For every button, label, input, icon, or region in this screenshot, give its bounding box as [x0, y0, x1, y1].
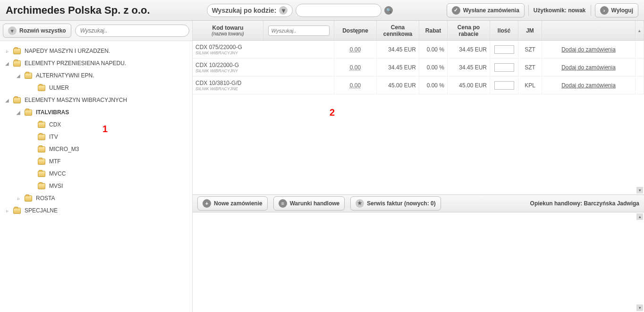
folder-icon [13, 208, 21, 214]
sidebar-toolbar: Rozwiń wszystko [0, 21, 192, 41]
grid-body: CDX 075/22000-GSILNIK WIBRACYJNY0.0034.4… [193, 41, 644, 94]
tree-node-label: NAPEDY MASZYN I URZADZEN. [25, 48, 110, 54]
cell-scroll [636, 59, 644, 76]
terms-label: Warunki handlowe [290, 200, 340, 207]
folder-icon [38, 159, 45, 165]
tree-toggle-icon[interactable]: ▹ [4, 49, 10, 54]
col-header-rabat[interactable]: Rabat [419, 21, 448, 40]
grid-search-input[interactable] [268, 25, 330, 36]
tree-node[interactable]: ▹SPECJALNE [2, 204, 190, 217]
tree-node[interactable]: ◢ITALVIBRAS [2, 106, 190, 118]
cell-price: 34.45 EUR [377, 59, 419, 76]
tree-toggle-icon[interactable]: ▹ [4, 208, 10, 213]
col-header-kod[interactable]: Kod towaru (nazwa towaru) [193, 21, 263, 40]
table-row: CDX 10/3810-G/DSILNIK WIBRACYJNE0.0045.0… [193, 76, 644, 94]
col-header-jm[interactable]: JM [518, 21, 542, 40]
new-order-label: Nowe zamówienie [214, 200, 263, 207]
cell-jm: SZT [518, 41, 542, 58]
scroll-up[interactable]: ▴ [636, 21, 644, 40]
folder-icon [25, 110, 32, 116]
tree-node[interactable]: MVCC [2, 168, 190, 180]
cell-available[interactable]: 0.00 [334, 41, 377, 58]
product-desc: SILNIK WIBRACYJNE [195, 86, 238, 91]
folder-icon [38, 134, 45, 140]
tree-node-label: ELEMENTY PRZENIESIENIA NAPEDU. [25, 60, 126, 67]
tree-node[interactable]: MICRO_M3 [2, 143, 190, 155]
add-to-order-link[interactable]: Dodaj do zamówienia [561, 64, 616, 71]
cell-qty [490, 59, 518, 76]
col-header-kod-label: Kod towaru [212, 25, 244, 31]
cell-available[interactable]: 0.00 [334, 76, 377, 94]
check-icon [452, 6, 460, 15]
header-right: Wysłane zamówienia Użytkownik: nowak Wyl… [447, 3, 638, 17]
tree-toggle-icon[interactable]: ◢ [4, 98, 10, 103]
cell-rabat: 0.00 % [419, 41, 448, 58]
tree-node[interactable]: MVSI [2, 180, 190, 192]
scroll-up-bottom[interactable]: ▴ [636, 213, 643, 220]
cell-kod: CDX 075/22000-GSILNIK WIBRACYJNY [193, 41, 334, 58]
col-header-price[interactable]: Cena cennikowa [377, 21, 419, 40]
sent-orders-button[interactable]: Wysłane zamówienia [447, 3, 525, 17]
cell-kod: CDX 10/3810-G/DSILNIK WIBRACYJNE [193, 76, 334, 94]
tree-node-label: ALTERNATYWNI EPN. [36, 72, 94, 79]
scroll-down[interactable]: ▾ [636, 187, 643, 194]
qty-input[interactable] [494, 63, 514, 72]
tree-node[interactable]: ▹NAPEDY MASZYN I URZADZEN. [2, 45, 190, 57]
user-label: Użytkownik: nowak [528, 5, 591, 16]
folder-icon [38, 122, 45, 128]
new-order-button[interactable]: Nowe zamówienie [197, 196, 268, 211]
folder-icon [13, 48, 21, 54]
tree-node[interactable]: ◢ELEMENTY MASZYN WIBRACYJNYCH [2, 94, 190, 106]
tree-node[interactable]: CDX [2, 118, 190, 131]
tree-toggle-icon[interactable]: ◢ [4, 61, 10, 66]
cell-price: 34.45 EUR [377, 41, 419, 58]
folder-icon [38, 171, 45, 177]
cell-available[interactable]: 0.00 [334, 59, 377, 76]
search-icon[interactable] [384, 6, 393, 15]
tree-node[interactable]: MTF [2, 155, 190, 168]
scroll-down-bottom[interactable]: ▾ [636, 304, 643, 311]
tree-toggle-icon[interactable]: ▹ [15, 196, 22, 201]
col-header-priceafter[interactable]: Cena po rabacie [448, 21, 490, 40]
expand-all-button[interactable]: Rozwiń wszystko [3, 24, 71, 38]
chevron-down-icon[interactable] [279, 6, 288, 15]
tree-node-label: ELEMENTY MASZYN WIBRACYJNYCH [25, 97, 127, 103]
tree-toggle-icon[interactable]: ◢ [15, 110, 22, 115]
tree-node-label: MVSI [49, 183, 63, 189]
cell-price-after: 45.00 EUR [448, 76, 490, 94]
bottom-panel: ▴ ▾ [193, 212, 644, 312]
tree-node-label: ULMER [49, 84, 69, 91]
star-icon [356, 199, 364, 208]
col-header-qty[interactable]: Ilość [490, 21, 518, 40]
bottom-bar: Nowe zamówienie Warunki handlowe Serwis … [193, 194, 644, 212]
invoices-button[interactable]: Serwis faktur (nowych: 0) [350, 196, 441, 211]
tree-node[interactable]: ◢ELEMENTY PRZENIESIENIA NAPEDU. [2, 57, 190, 69]
arrow-icon [600, 6, 609, 15]
cell-scroll [636, 76, 644, 94]
opiekun-label: Opiekun handlowy: Barczyńska Jadwiga [530, 200, 639, 207]
folder-icon [13, 60, 21, 67]
logout-button[interactable]: Wyloguj [595, 3, 638, 17]
cell-rabat: 0.00 % [419, 76, 448, 94]
search-code-label: Wyszukaj po kodzie: [212, 7, 277, 14]
tree-node[interactable]: ITV [2, 131, 190, 143]
sidebar-search-input[interactable] [75, 25, 189, 37]
qty-input[interactable] [494, 45, 514, 54]
terms-button[interactable]: Warunki handlowe [273, 196, 345, 211]
add-to-order-link[interactable]: Dodaj do zamówienia [561, 82, 616, 89]
cell-kod: CDX 10/22000-GSILNIK WIBRACYJNY [193, 59, 334, 76]
cell-jm: KPL [518, 76, 542, 94]
col-header-available[interactable]: Dostępne [334, 21, 377, 40]
folder-icon [38, 183, 45, 189]
sent-orders-label: Wysłane zamówienia [463, 7, 519, 14]
search-code-input[interactable] [301, 7, 376, 14]
tree-node[interactable]: ULMER [2, 82, 190, 94]
content: Kod towaru (nazwa towaru) Dostępne Cena … [193, 21, 644, 312]
table-row: CDX 10/22000-GSILNIK WIBRACYJNY0.0034.45… [193, 59, 644, 76]
tree-node[interactable]: ▹ROSTA [2, 192, 190, 204]
add-to-order-link[interactable]: Dodaj do zamówienia [561, 46, 616, 53]
qty-input[interactable] [494, 81, 514, 90]
tree-node[interactable]: ◢ALTERNATYWNI EPN. [2, 69, 190, 82]
grid-header: Kod towaru (nazwa towaru) Dostępne Cena … [193, 21, 644, 41]
tree-toggle-icon[interactable]: ◢ [15, 73, 22, 78]
